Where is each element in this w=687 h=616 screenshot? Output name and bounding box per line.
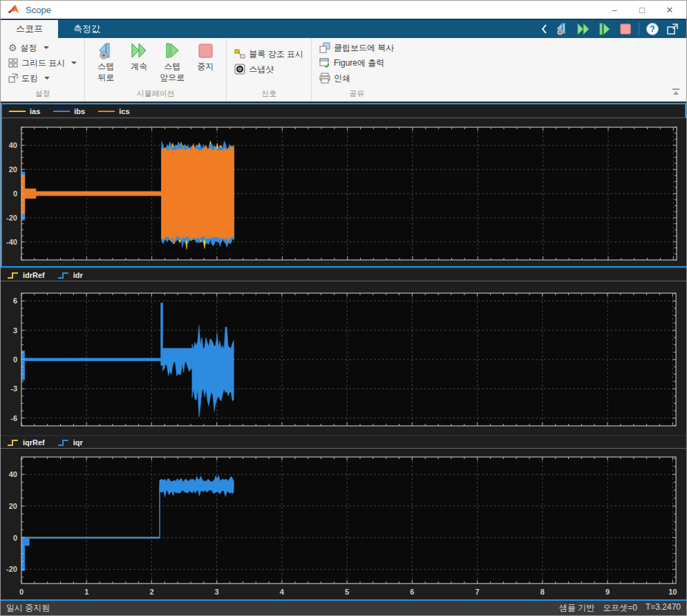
svg-text:5: 5 bbox=[345, 588, 349, 596]
step-forward-button[interactable]: 스텝 앞으로 bbox=[157, 40, 187, 83]
legend-line-icon bbox=[97, 107, 115, 115]
svg-text:8: 8 bbox=[540, 588, 545, 596]
ribbon-toolbar: ⚙ 설정 그리드 표시 도킹 설정 bbox=[1, 38, 686, 102]
continue-label: 계속 bbox=[131, 62, 147, 71]
legend-step-icon bbox=[57, 271, 70, 279]
minimize-button[interactable]: – bbox=[601, 1, 628, 18]
snapshot-label: 스냅샷 bbox=[249, 64, 274, 75]
legend-item-iqrRef[interactable]: iqrRef bbox=[7, 438, 45, 447]
legend-label: ias bbox=[30, 107, 40, 115]
popout-icon[interactable] bbox=[666, 22, 679, 36]
quick-access-toolbar: ? bbox=[540, 20, 686, 38]
svg-text:-20: -20 bbox=[6, 565, 17, 573]
stop-label: 중지 bbox=[197, 62, 214, 71]
svg-text:3: 3 bbox=[215, 588, 219, 596]
grid-display-label: 그리드 표시 bbox=[21, 57, 65, 69]
ribbon-section-simulation: 스텝 뒤로 계속 스텝 앞으로 bbox=[84, 38, 226, 101]
svg-text:40: 40 bbox=[9, 141, 17, 149]
ribbon-section-share: 클립보드에 복사 Figure에 출력 인쇄 공유 bbox=[311, 38, 402, 101]
maximize-button[interactable]: □ bbox=[628, 1, 656, 18]
scope-display-area: iasibsics 40200-20-40 idrRefidr 630-3-6 … bbox=[1, 102, 686, 599]
highlight-block-button[interactable]: 블록 강조 표시 bbox=[232, 46, 305, 62]
legend-idr: idrRefidr bbox=[1, 269, 686, 281]
close-button[interactable]: ✕ bbox=[656, 1, 684, 18]
grid-display-button[interactable]: 그리드 표시 bbox=[6, 55, 79, 71]
plot-panel-currents[interactable]: iasibsics 40200-20-40 bbox=[1, 103, 686, 268]
chevron-down-icon bbox=[71, 62, 77, 64]
snapshot-button[interactable]: 스냅샷 bbox=[232, 62, 305, 77]
section-caption: 시뮬레이션 bbox=[91, 88, 220, 101]
legend-item-ics[interactable]: ics bbox=[97, 107, 129, 115]
legend-item-idrRef[interactable]: idrRef bbox=[7, 271, 45, 279]
step-back-label: 스텝 bbox=[97, 62, 114, 71]
sample-mode-text: 샘플 기반 bbox=[559, 602, 594, 614]
figure-output-button[interactable]: Figure에 출력 bbox=[317, 55, 396, 71]
step-back-label-2: 뒤로 bbox=[97, 73, 114, 82]
svg-text:?: ? bbox=[650, 24, 655, 34]
tab-strip: 스코프 측정값 ? bbox=[1, 20, 686, 38]
toolbar-divider bbox=[639, 23, 639, 35]
plot-currents[interactable]: 40200-20-40 bbox=[2, 118, 686, 266]
plot-idr[interactable]: 630-3-6 bbox=[1, 281, 687, 435]
legend-label: iqr bbox=[73, 438, 83, 447]
svg-text:10: 10 bbox=[668, 588, 677, 596]
step-back-button[interactable]: 스텝 뒤로 bbox=[91, 40, 121, 83]
svg-text:0: 0 bbox=[19, 588, 23, 596]
copy-clipboard-button[interactable]: 클립보드에 복사 bbox=[317, 40, 396, 55]
simulation-status: 일시 중지됨 bbox=[6, 602, 50, 614]
svg-text:1: 1 bbox=[84, 588, 88, 596]
svg-text:-3: -3 bbox=[10, 384, 17, 393]
continue-icon[interactable] bbox=[576, 22, 591, 36]
step-back-settings-icon[interactable] bbox=[554, 22, 570, 36]
svg-text:6: 6 bbox=[13, 297, 17, 305]
legend-item-ibs[interactable]: ibs bbox=[53, 107, 85, 115]
plot-iqr[interactable]: 40200-20012345678910 bbox=[1, 449, 687, 599]
svg-text:0: 0 bbox=[13, 355, 17, 364]
svg-text:40: 40 bbox=[9, 470, 17, 478]
collapse-ribbon-icon[interactable] bbox=[671, 88, 681, 97]
legend-label: iqrRef bbox=[23, 438, 45, 447]
figure-output-icon bbox=[319, 57, 330, 68]
step-forward-label-2: 앞으로 bbox=[160, 73, 185, 82]
ribbon-section-signal: 블록 강조 표시 스냅샷 신호 bbox=[226, 38, 311, 101]
block-highlight-icon bbox=[234, 48, 245, 59]
section-caption: 공유 bbox=[317, 88, 396, 101]
settings-button[interactable]: ⚙ 설정 bbox=[6, 40, 79, 55]
legend-item-ias[interactable]: ias bbox=[8, 107, 40, 115]
step-back-settings-icon bbox=[97, 42, 115, 60]
stop-button[interactable]: 중지 bbox=[190, 40, 220, 83]
docking-label: 도킹 bbox=[21, 73, 38, 84]
snapshot-icon bbox=[234, 64, 245, 75]
section-caption: 설정 bbox=[6, 88, 79, 101]
print-button[interactable]: 인쇄 bbox=[317, 71, 396, 86]
tab-measurements[interactable]: 측정값 bbox=[58, 20, 115, 38]
grid-icon bbox=[8, 58, 18, 68]
docking-button[interactable]: 도킹 bbox=[6, 71, 79, 86]
legend-label: ibs bbox=[74, 107, 85, 115]
legend-item-idr[interactable]: idr bbox=[57, 271, 83, 279]
ribbon-section-settings: ⚙ 설정 그리드 표시 도킹 설정 bbox=[1, 38, 84, 101]
highlight-block-label: 블록 강조 표시 bbox=[249, 48, 303, 60]
copy-icon bbox=[319, 42, 330, 53]
svg-text:0: 0 bbox=[13, 189, 17, 198]
step-forward-label: 스텝 bbox=[164, 62, 180, 71]
legend-step-icon bbox=[57, 438, 70, 447]
legend-step-icon bbox=[7, 438, 19, 447]
step-forward-icon[interactable] bbox=[597, 22, 612, 36]
continue-button[interactable]: 계속 bbox=[124, 40, 154, 83]
svg-text:-40: -40 bbox=[6, 238, 17, 246]
tab-scope[interactable]: 스코프 bbox=[1, 20, 58, 38]
stop-icon[interactable] bbox=[619, 22, 632, 36]
time-text: T=3.2470 bbox=[646, 602, 681, 614]
legend-currents: iasibsics bbox=[2, 104, 685, 118]
legend-line-icon bbox=[53, 107, 70, 115]
svg-text:4: 4 bbox=[280, 588, 285, 596]
svg-text:0: 0 bbox=[13, 534, 17, 542]
legend-line-icon bbox=[8, 107, 26, 115]
svg-text:-6: -6 bbox=[10, 414, 17, 422]
help-icon[interactable]: ? bbox=[646, 22, 659, 36]
chevron-left-icon[interactable] bbox=[540, 23, 548, 35]
legend-label: idrRef bbox=[23, 271, 45, 279]
svg-text:20: 20 bbox=[9, 502, 17, 510]
legend-item-iqr[interactable]: iqr bbox=[57, 438, 83, 447]
